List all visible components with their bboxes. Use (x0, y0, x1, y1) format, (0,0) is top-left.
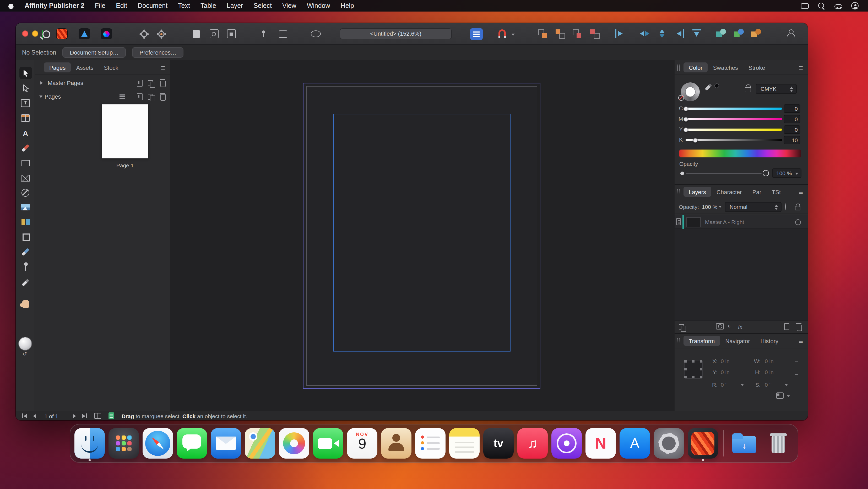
layer-opacity-value[interactable]: 100 % (702, 204, 718, 210)
dock-item-maps[interactable] (245, 428, 275, 459)
dock-item-music[interactable]: ♫ (517, 428, 548, 459)
paint-brush-tool[interactable] (19, 246, 32, 258)
cyan-slider[interactable] (686, 108, 782, 109)
ellipse-tool[interactable] (19, 186, 32, 199)
black-value[interactable]: 10 (784, 136, 800, 144)
yellow-slider[interactable] (686, 128, 782, 131)
dock-item-finder[interactable] (74, 428, 105, 459)
menu-layer[interactable]: Layer (221, 2, 248, 9)
color-mode-dropdown[interactable]: CMYK (756, 84, 797, 94)
page-1-thumbnail[interactable] (102, 104, 148, 159)
screen-mirroring-icon[interactable] (801, 3, 809, 9)
dock-item-messages[interactable] (177, 428, 207, 459)
small-frame-icon[interactable] (277, 28, 289, 39)
minimize-button[interactable] (32, 30, 38, 37)
panel-menu-icon[interactable]: ≡ (799, 64, 803, 71)
menu-window[interactable]: Window (302, 2, 336, 9)
document-zoom-dropdown[interactable]: <Untitled> (152.6%) (340, 28, 452, 39)
master-pages-section[interactable]: Master Pages (35, 77, 170, 89)
opacity-value-dropdown[interactable]: 100 % (772, 168, 801, 178)
menu-edit[interactable]: Edit (111, 2, 132, 9)
move-tool[interactable] (19, 67, 32, 79)
menu-view[interactable]: View (277, 2, 302, 9)
style-picker-tool[interactable] (19, 260, 32, 273)
fill-color-well[interactable] (18, 337, 32, 350)
control-center-icon[interactable] (834, 4, 842, 9)
dock-item-notes[interactable] (449, 428, 479, 459)
move-backward-icon[interactable] (572, 29, 583, 39)
swap-colors-icon[interactable]: ↺ (23, 351, 27, 357)
color-spectrum-bar[interactable] (679, 149, 801, 157)
zoom-button[interactable] (42, 30, 43, 40)
last-page-button[interactable] (82, 413, 87, 418)
flip-horizontal-icon[interactable] (640, 29, 649, 38)
color-picker-tool[interactable] (19, 276, 32, 289)
secondary-color-well[interactable] (714, 83, 719, 88)
frame-circle-icon[interactable] (208, 28, 220, 39)
picture-frame-tool[interactable] (19, 172, 32, 184)
add-page-icon[interactable] (136, 93, 143, 100)
dock-item-news[interactable]: N (586, 428, 616, 459)
menu-file[interactable]: File (90, 2, 111, 9)
layer-name[interactable]: Master A - Right (705, 219, 744, 225)
x-value[interactable]: 0 in (721, 358, 730, 364)
previous-page-button[interactable] (33, 414, 36, 418)
add-master-page-icon[interactable] (136, 79, 143, 87)
next-page-button[interactable] (73, 414, 76, 418)
align-left-icon[interactable] (615, 29, 625, 38)
transform-anchor-proxy[interactable] (684, 360, 703, 379)
crop-tool[interactable] (19, 230, 32, 243)
tab-stroke[interactable]: Stroke (743, 62, 771, 73)
new-page-icon[interactable] (190, 28, 202, 39)
tab-history[interactable]: History (755, 336, 784, 346)
photo-persona-button[interactable] (101, 28, 112, 39)
chevron-down-icon[interactable] (719, 206, 722, 208)
snapping-dropdown-chevron-icon[interactable] (512, 34, 515, 36)
delete-page-icon[interactable] (159, 93, 166, 100)
w-value[interactable]: 0 in (765, 358, 774, 364)
panel-menu-icon[interactable]: ≡ (799, 337, 803, 344)
add-layer-icon[interactable] (784, 323, 789, 330)
align-top-icon[interactable] (692, 29, 702, 38)
zoom-tool[interactable] (19, 312, 32, 325)
close-button[interactable] (22, 30, 28, 37)
first-page-button[interactable] (22, 413, 27, 418)
dock-item-app-store[interactable]: A (620, 428, 650, 459)
blend-mode-dropdown[interactable]: Normal (725, 202, 781, 212)
page-layout-options-icon[interactable] (119, 93, 126, 100)
account-person-icon[interactable] (785, 29, 796, 38)
tab-layers[interactable]: Layers (683, 187, 711, 197)
dock-item-trash[interactable] (763, 428, 794, 459)
text-frame-settings-button[interactable] (470, 28, 483, 40)
r-value[interactable]: 0 ° (721, 381, 727, 388)
move-to-back-icon[interactable] (590, 29, 600, 39)
layer-lock-icon[interactable] (795, 204, 800, 209)
dock-item-affinity-publisher[interactable] (688, 428, 718, 459)
panel-grip-icon[interactable] (677, 338, 680, 344)
yellow-value[interactable]: 0 (784, 125, 800, 134)
layer-thumbnail[interactable] (686, 217, 701, 227)
user-account-icon[interactable] (851, 2, 859, 9)
table-tool[interactable] (19, 112, 32, 124)
magenta-value[interactable]: 0 (784, 115, 800, 123)
node-tool[interactable] (19, 82, 32, 94)
boolean-add-icon[interactable] (716, 29, 726, 38)
pages-overview-icon[interactable] (94, 413, 101, 419)
pages-spread-tool[interactable] (19, 215, 32, 228)
delete-layer-icon[interactable] (796, 323, 802, 330)
transform-origin-icon[interactable] (776, 393, 784, 399)
dock-item-photos[interactable] (279, 428, 309, 459)
layer-settings-gear-icon[interactable] (785, 204, 786, 210)
dock-item-facetime[interactable] (313, 428, 343, 459)
black-slider[interactable] (686, 139, 782, 141)
tab-pages[interactable]: Pages (44, 62, 71, 73)
rectangle-tool[interactable] (19, 157, 32, 170)
dock-item-downloads[interactable]: ↓ (729, 428, 760, 459)
mask-layer-icon[interactable] (716, 323, 724, 329)
chevron-down-icon[interactable] (741, 384, 744, 386)
opacity-slider[interactable] (686, 173, 762, 174)
tab-swatches[interactable]: Swatches (708, 62, 743, 73)
boolean-subtract-icon[interactable] (734, 29, 744, 38)
chevron-down-icon[interactable] (39, 95, 42, 99)
menu-help[interactable]: Help (336, 2, 359, 9)
